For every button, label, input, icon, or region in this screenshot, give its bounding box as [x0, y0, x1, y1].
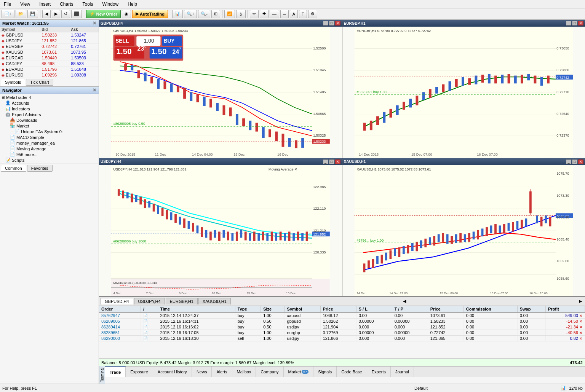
chart-usdjpy-close[interactable]: ✕: [335, 159, 340, 164]
trade-table-row[interactable]: 86289005 📄 2015.12.16 16:14:31 buy 0.50 …: [99, 319, 585, 324]
bottom-tab-journal[interactable]: Journal: [391, 367, 414, 377]
forward-button[interactable]: ▶: [52, 10, 60, 18]
market-watch-row[interactable]: ◆ EURUSD 1.09296 1.09308: [0, 72, 99, 78]
bottom-tab-mailbox[interactable]: Mailbox: [232, 367, 256, 377]
nav-tree-item[interactable]: 📄MACD Sample: [1, 134, 98, 140]
nav-tree-item[interactable]: 👤Accounts: [1, 100, 98, 106]
market-watch-row[interactable]: ◆ XAUUSD 1073.61 1073.95: [0, 49, 99, 55]
close-trade-x[interactable]: ✕: [579, 319, 582, 323]
candle-button[interactable]: 🕯: [236, 10, 246, 18]
save-button[interactable]: 💾: [27, 10, 38, 18]
nav-tree-item[interactable]: 📄money_manager_ea: [1, 140, 98, 146]
draw-button[interactable]: ✏: [250, 10, 259, 18]
terminal-label[interactable]: Terminal: [99, 366, 105, 384]
tab-symbols[interactable]: Symbols: [1, 79, 25, 86]
chart-eurgbp-minimize[interactable]: _: [566, 21, 571, 25]
chart-usdjpy-content[interactable]: #86289006 buy 1060 121.852 122.985 122.1…: [99, 165, 342, 296]
bottom-tab-experts[interactable]: Experts: [367, 367, 391, 377]
menu-window[interactable]: Window: [100, 1, 121, 8]
stop-button[interactable]: ⬛: [71, 10, 82, 18]
chart-xauusd-minimize[interactable]: _: [566, 159, 571, 164]
chart-gbpusd-maximize[interactable]: □: [329, 21, 334, 25]
chart-eurgbp-close[interactable]: ✕: [578, 21, 583, 25]
bar-chart-button[interactable]: 📶: [224, 10, 235, 18]
label-button[interactable]: T: [299, 10, 307, 18]
close-trade-x[interactable]: ✕: [579, 325, 582, 329]
chart-tab-usdjpy[interactable]: USDJPY,H4: [134, 298, 165, 304]
market-watch-row[interactable]: ◆ CADJPY 88.498 88.533: [0, 61, 99, 67]
bottom-tab-company[interactable]: Company: [256, 367, 283, 377]
chart-eurgbp-maximize[interactable]: □: [572, 21, 577, 25]
navigator-close[interactable]: ✕: [93, 88, 96, 93]
menu-tools[interactable]: Tools: [80, 1, 96, 8]
chart-tab-eurgbp[interactable]: EURGBP,H1: [166, 298, 198, 304]
bottom-tab-alerts[interactable]: Alerts: [212, 367, 232, 377]
nav-tree-item[interactable]: 📄956 more...: [1, 151, 98, 157]
trade-table-row[interactable]: 86289651 📄 2015.12.16 16:17:05 buy 1.00 …: [99, 330, 585, 336]
trade-table-row[interactable]: 85762947 📄 2015.12.14 12:24:37 buy 1.00 …: [99, 312, 585, 319]
chart-tab-xauusd[interactable]: XAUUSD,H1: [198, 298, 231, 304]
menu-view[interactable]: View: [18, 1, 32, 8]
chart-layout-button[interactable]: ⊞: [211, 10, 220, 18]
chart-xauusd-content[interactable]: #5756... buy 1.00 1073.61 1075.70 1073.3…: [342, 165, 585, 296]
market-watch-row[interactable]: ◆ USDJPY 121.852 121.865: [0, 38, 99, 44]
hline-button[interactable]: ═: [280, 10, 289, 18]
nav-tree-item[interactable]: 🏪Market: [1, 123, 98, 129]
bottom-tab-market[interactable]: Market57: [284, 367, 314, 377]
bottom-tab-exposure[interactable]: Exposure: [126, 367, 153, 377]
nav-tree-item[interactable]: 📊Indicators: [1, 106, 98, 112]
market-watch-row[interactable]: ◆ EURGBP 0.72742 0.72761: [0, 44, 99, 49]
bottom-tab-codebase[interactable]: Code Base: [337, 367, 367, 377]
text-button[interactable]: A: [290, 10, 298, 18]
chart-tab-arrow-right[interactable]: ▶: [577, 298, 583, 304]
nav-tree-item[interactable]: 📥Downloads: [1, 117, 98, 123]
chart-gbpusd-close[interactable]: ✕: [335, 21, 340, 25]
nav-tree-item[interactable]: 📄Unique EAs System 0:: [1, 129, 98, 134]
trade-table-row[interactable]: 86290000 📄 2015.12.16 16:18:30 sell 1.00…: [99, 336, 585, 341]
zoom-out-button[interactable]: 🔍-: [198, 10, 210, 18]
open-button[interactable]: 📂: [16, 10, 26, 18]
chart-xauusd-close[interactable]: ✕: [578, 159, 583, 164]
chart-tab-arrow-left[interactable]: ◀: [401, 298, 408, 304]
new-file-button[interactable]: 📄+: [2, 10, 14, 18]
crosshair-button[interactable]: ✚: [260, 10, 269, 18]
chart-usdjpy-maximize[interactable]: □: [329, 159, 334, 164]
menu-insert[interactable]: Insert: [37, 1, 53, 8]
more-tools-button[interactable]: ⚙: [308, 10, 317, 18]
line-button[interactable]: —: [270, 10, 279, 18]
trade-table-row[interactable]: 86289414 📄 2015.12.16 16:16:02 buy 0.50 …: [99, 324, 585, 330]
new-order-button[interactable]: ⚡ New Order: [86, 10, 121, 18]
nav-tree-item[interactable]: 🖥MetaTrader 4: [1, 95, 98, 100]
chart-option1[interactable]: ◉: [122, 10, 131, 18]
tab-common[interactable]: Common: [1, 165, 26, 172]
tab-tick-chart[interactable]: Tick Chart: [26, 79, 53, 86]
bottom-tab-trade[interactable]: Trade: [105, 367, 126, 377]
chart-usdjpy-minimize[interactable]: _: [323, 159, 328, 164]
menu-help[interactable]: Help: [125, 1, 139, 8]
close-trade-x[interactable]: ✕: [579, 331, 582, 335]
autotrading-button[interactable]: ▶ AutoTrading: [132, 10, 168, 18]
market-watch-row[interactable]: ◆ GBPUSD 1.50233 1.50247: [0, 32, 99, 38]
refresh-button[interactable]: ↺: [61, 10, 70, 18]
nav-tree-item[interactable]: 📄Moving Average: [1, 146, 98, 151]
tab-favorites[interactable]: Favorites: [27, 165, 53, 172]
close-trade-x[interactable]: ✕: [579, 314, 582, 318]
chart-tab-gbpusd[interactable]: GBPUSD,H4: [101, 298, 133, 304]
bottom-tab-account-history[interactable]: Account History: [153, 367, 192, 377]
bottom-tab-news[interactable]: News: [192, 367, 212, 377]
nav-tree-item[interactable]: 📝Scripts: [1, 157, 98, 163]
menu-file[interactable]: File: [2, 1, 13, 8]
market-watch-close[interactable]: ✕: [93, 21, 96, 26]
zoom-in-button[interactable]: 🔍+: [184, 10, 197, 18]
back-button[interactable]: ◀: [42, 10, 51, 18]
market-watch-row[interactable]: ◆ EURCAD 1.50449 1.50503: [0, 55, 99, 61]
chart-gbpusd-content[interactable]: #86289005 buy 0.50 1.50233 1.52500 1.519…: [99, 27, 342, 158]
menu-charts[interactable]: Charts: [58, 1, 75, 8]
nav-tree-item[interactable]: 🤖Expert Advisors: [1, 112, 98, 117]
market-watch-row[interactable]: ◆ EURAUD 1.51796 1.51848: [0, 67, 99, 72]
chart-gbpusd-minimize[interactable]: _: [323, 21, 328, 25]
close-trade-x[interactable]: ✕: [579, 336, 582, 341]
chart-eurgbp-content[interactable]: #562..651 buy 1.00 0.72742 0.73050 0.728…: [342, 27, 585, 158]
chart-xauusd-maximize[interactable]: □: [572, 159, 577, 164]
th-sort[interactable]: /: [141, 306, 158, 312]
